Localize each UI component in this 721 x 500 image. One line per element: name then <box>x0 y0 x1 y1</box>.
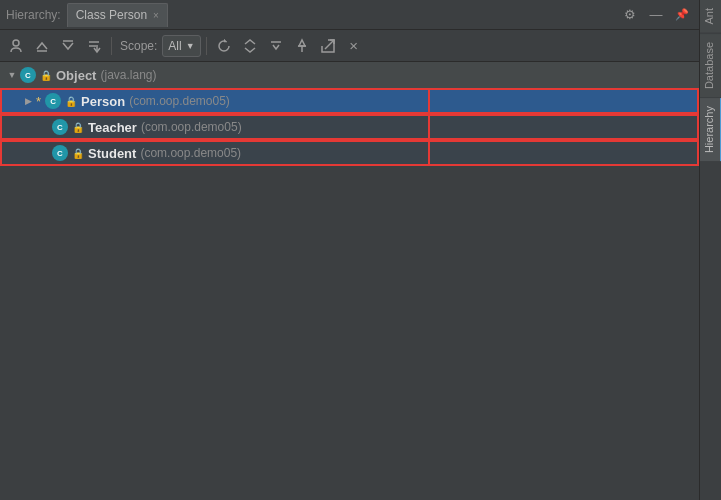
collapse-all-icon <box>268 38 284 54</box>
scope-value: All <box>168 39 181 53</box>
export-icon <box>320 38 336 54</box>
up-icon <box>34 38 50 54</box>
access-icon-student: 🔒 <box>72 147 84 159</box>
right-sidebar: Ant Database Hierarchy <box>699 0 721 500</box>
locate-icon <box>8 38 24 54</box>
expand-arrow-person[interactable]: ▶ <box>20 93 36 109</box>
separator-2 <box>206 37 207 55</box>
settings-icon[interactable]: ⚙ <box>619 4 641 26</box>
sort-btn[interactable] <box>82 34 106 58</box>
locate-btn[interactable] <box>4 34 28 58</box>
svg-marker-8 <box>299 40 305 46</box>
minimize-icon[interactable]: — <box>645 4 667 26</box>
scope-arrow-icon: ▼ <box>186 41 195 51</box>
access-icon-person: 🔒 <box>65 95 77 107</box>
down-icon <box>60 38 76 54</box>
expand-arrow-object[interactable]: ▼ <box>4 67 20 83</box>
access-icon-object: 🔒 <box>40 69 52 81</box>
class-icon-student: C <box>52 145 68 161</box>
sidebar-tab-hierarchy[interactable]: Hierarchy <box>700 98 722 161</box>
refresh-icon <box>216 38 232 54</box>
tab-bar: Hierarchy: Class Person × ⚙ — 📌 <box>0 0 699 30</box>
access-icon-teacher: 🔒 <box>72 121 84 133</box>
node-package-student: (com.oop.demo05) <box>140 146 241 160</box>
tab-title: Class Person <box>76 8 147 22</box>
export-btn[interactable] <box>316 34 340 58</box>
node-name-student: Student <box>88 146 136 161</box>
node-package-teacher: (com.oop.demo05) <box>141 120 242 134</box>
toolbar: Scope: All ▼ <box>0 30 699 62</box>
scope-dropdown[interactable]: All ▼ <box>162 35 200 57</box>
pin-btn[interactable] <box>290 34 314 58</box>
expand-all-btn[interactable] <box>238 34 262 58</box>
tab-bar-icons: ⚙ — 📌 <box>619 4 693 26</box>
tree-row-student[interactable]: ▶ C 🔒 Student (com.oop.demo05) <box>0 140 699 166</box>
svg-line-10 <box>325 40 334 49</box>
node-name-person: Person <box>81 94 125 109</box>
node-package-person: (com.oop.demo05) <box>129 94 230 108</box>
separator-1 <box>111 37 112 55</box>
asterisk-person: * <box>36 94 41 109</box>
unpin-icon[interactable]: 📌 <box>671 4 693 26</box>
sort-icon <box>86 38 102 54</box>
class-icon-person: C <box>45 93 61 109</box>
main-panel: Hierarchy: Class Person × ⚙ — 📌 <box>0 0 699 500</box>
expand-arrow-teacher[interactable]: ▶ <box>36 119 52 135</box>
class-person-tab[interactable]: Class Person × <box>67 3 168 27</box>
scope-label: Scope: <box>120 39 157 53</box>
tree-wrapper: ▼ C 🔒 Object (java.lang) ▶ * C 🔒 Person … <box>0 62 699 500</box>
collapse-all-btn[interactable] <box>264 34 288 58</box>
node-name-teacher: Teacher <box>88 120 137 135</box>
node-name-object: Object <box>56 68 96 83</box>
class-icon-object: C <box>20 67 36 83</box>
tree-content[interactable]: ▼ C 🔒 Object (java.lang) ▶ * C 🔒 Person … <box>0 62 699 500</box>
tree-row-teacher[interactable]: ▶ C 🔒 Teacher (com.oop.demo05) <box>0 114 699 140</box>
down-btn[interactable] <box>56 34 80 58</box>
node-package-object: (java.lang) <box>100 68 156 82</box>
tree-row[interactable]: ▼ C 🔒 Object (java.lang) <box>0 62 699 88</box>
up-btn[interactable] <box>30 34 54 58</box>
tree-row-person[interactable]: ▶ * C 🔒 Person (com.oop.demo05) <box>0 88 699 114</box>
tab-close-btn[interactable]: × <box>153 10 159 21</box>
hierarchy-label: Hierarchy: <box>6 8 61 22</box>
refresh-btn[interactable] <box>212 34 236 58</box>
sidebar-tab-database[interactable]: Database <box>700 34 722 97</box>
sidebar-tab-ant[interactable]: Ant <box>700 0 722 33</box>
expand-arrow-student[interactable]: ▶ <box>36 145 52 161</box>
pin-icon <box>294 38 310 54</box>
close-panel-btn[interactable]: × <box>342 34 366 58</box>
expand-all-icon <box>242 38 258 54</box>
class-icon-teacher: C <box>52 119 68 135</box>
svg-point-0 <box>13 40 19 46</box>
